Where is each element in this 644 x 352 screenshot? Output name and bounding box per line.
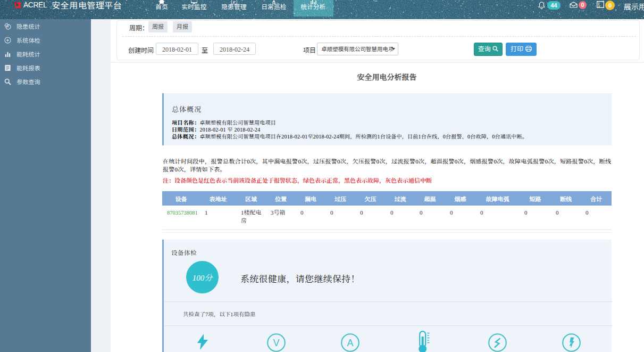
svg-text:V: V xyxy=(273,338,279,348)
svg-text:A: A xyxy=(347,338,353,348)
